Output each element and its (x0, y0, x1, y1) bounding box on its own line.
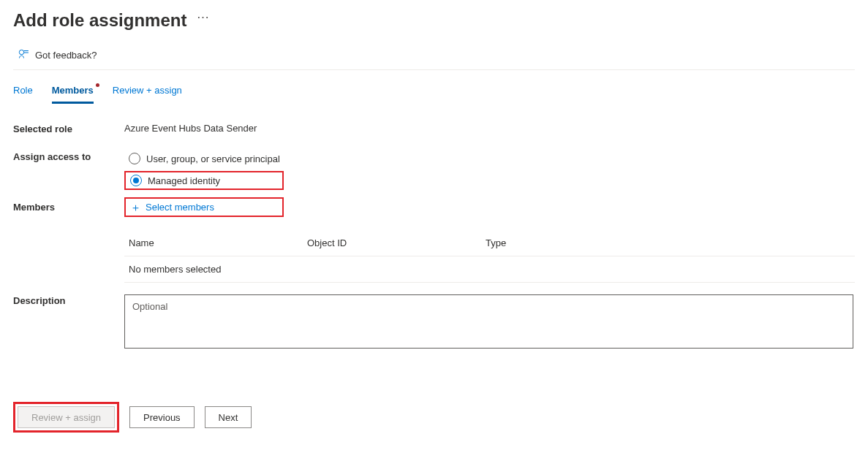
radio-user-group-principal[interactable]: User, group, or service principal (124, 151, 855, 167)
page-title: Add role assignment (13, 10, 186, 31)
feedback-link[interactable]: Got feedback? (13, 48, 855, 69)
previous-button[interactable]: Previous (129, 406, 195, 428)
selected-role-value: Azure Event Hubs Data Sender (124, 123, 855, 134)
members-table: Name Object ID Type No members selected (124, 230, 855, 283)
svg-point-0 (19, 50, 23, 54)
review-assign-button[interactable]: Review + assign (18, 406, 115, 428)
tab-indicator-dot-icon (96, 83, 99, 87)
tabs: Role Members Review + assign (13, 70, 855, 104)
footer: Review + assign Previous Next (0, 392, 868, 446)
tab-review-assign[interactable]: Review + assign (113, 85, 182, 104)
members-empty-text: No members selected (129, 264, 307, 275)
radio-managed-label: Managed identity (148, 175, 220, 186)
members-label: Members (13, 197, 124, 213)
select-members-label: Select members (146, 202, 214, 213)
description-label: Description (13, 294, 124, 306)
description-input[interactable] (124, 294, 853, 349)
title-row: Add role assignment ⋯ (13, 10, 855, 31)
members-col-name: Name (129, 237, 307, 248)
next-button[interactable]: Next (205, 406, 252, 428)
radio-checked-icon (130, 175, 142, 186)
row-selected-role: Selected role Azure Event Hubs Data Send… (13, 123, 855, 134)
radio-unchecked-icon (129, 153, 140, 164)
tab-members[interactable]: Members (52, 85, 94, 104)
radio-user-label: User, group, or service principal (146, 153, 280, 164)
members-col-type: Type (486, 237, 850, 248)
tab-members-label: Members (52, 85, 94, 96)
row-members: Members ＋ Select members (13, 197, 855, 217)
more-icon[interactable]: ⋯ (197, 11, 209, 23)
feedback-icon (18, 48, 29, 62)
radio-managed-identity[interactable]: Managed identity (126, 172, 282, 189)
review-assign-highlight: Review + assign (13, 402, 119, 433)
row-assign-access: Assign access to User, group, or service… (13, 151, 855, 190)
select-members-button[interactable]: ＋ Select members (126, 199, 282, 216)
selected-role-label: Selected role (13, 123, 124, 134)
feedback-label: Got feedback? (35, 50, 97, 61)
assign-access-label: Assign access to (13, 151, 124, 162)
plus-icon: ＋ (130, 202, 141, 213)
tab-role[interactable]: Role (13, 85, 33, 104)
members-col-id: Object ID (307, 237, 486, 248)
